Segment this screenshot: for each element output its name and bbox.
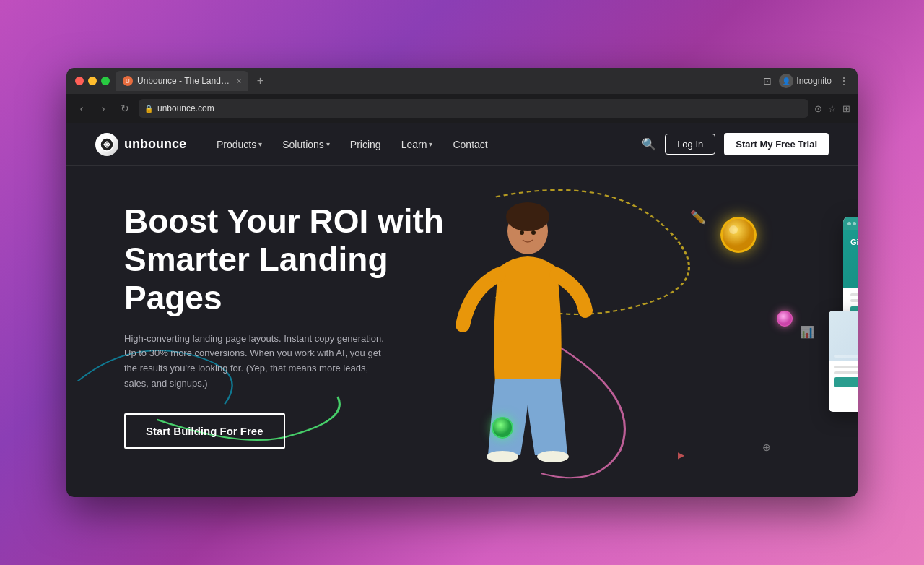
card-line-1 — [850, 293, 858, 296]
svg-point-16 — [777, 311, 792, 326]
window-controls-right: ⊡ 👤 Incognito ⋮ — [763, 74, 849, 88]
nav-actions: 🔍 Log In Start My Free Trial — [642, 133, 829, 155]
browser-tab-active[interactable]: U Unbounce - The Landing Page... × — [116, 71, 248, 91]
browser-window: U Unbounce - The Landing Page... × + ⊡ 👤… — [66, 68, 858, 497]
card-header-image: Give Your Dog the Vacation He Deserves — [843, 230, 858, 288]
nav-learn[interactable]: Learn ▾ — [393, 134, 442, 155]
yellow-orb-svg — [720, 217, 757, 253]
nav-products-label: Products — [217, 139, 256, 150]
incognito-badge: 👤 Incognito — [779, 74, 832, 88]
crosshair-icon: ⊕ — [762, 441, 771, 453]
logo-icon — [95, 133, 118, 156]
yellow-orb-decoration — [720, 217, 757, 253]
window-icon-1[interactable]: ⊡ — [763, 75, 772, 87]
person-svg — [448, 195, 607, 462]
tabs-area: U Unbounce - The Landing Page... × + — [116, 71, 763, 91]
svg-point-14 — [729, 225, 738, 234]
green-orb-decoration — [492, 417, 513, 439]
green-orb-svg — [492, 417, 513, 439]
incognito-label: Incognito — [796, 76, 832, 86]
nav-learn-label: Learn — [401, 139, 427, 150]
close-button[interactable] — [75, 77, 84, 85]
card-sec-image — [829, 311, 858, 361]
login-button[interactable]: Log In — [665, 134, 715, 155]
card-secondary — [829, 311, 858, 412]
tab-favicon: U — [123, 76, 133, 86]
incognito-avatar: 👤 — [779, 74, 793, 88]
pencil-icon: ✏️ — [690, 210, 706, 225]
nav-contact[interactable]: Contact — [444, 134, 496, 155]
page-content: unbounce Products ▾ Solutions ▾ Pricing … — [66, 123, 858, 497]
title-bar: U Unbounce - The Landing Page... × + ⊡ 👤… — [66, 68, 858, 94]
hero-visual: Give Your Dog the Vacation He Deserves — [448, 195, 829, 482]
url-text: unbounce.com — [157, 103, 214, 113]
pink-orb-svg — [777, 311, 793, 327]
svg-point-7 — [531, 230, 536, 235]
hero-title: Boost Your ROI with Smarter Landing Page… — [124, 202, 448, 317]
trial-button[interactable]: Start My Free Trial — [724, 133, 829, 155]
products-chevron-icon: ▾ — [258, 140, 262, 148]
url-bar[interactable]: 🔒 unbounce.com — [139, 99, 808, 118]
hero-content: Boost Your ROI with Smarter Landing Page… — [124, 195, 448, 449]
forward-button[interactable]: › — [95, 103, 111, 114]
logo[interactable]: unbounce — [95, 133, 186, 156]
person-figure — [448, 195, 607, 462]
svg-point-13 — [723, 219, 754, 251]
reload-button[interactable]: ↻ — [117, 103, 133, 114]
svg-point-3 — [506, 202, 549, 231]
nav-pricing-label: Pricing — [350, 139, 381, 150]
svg-point-15 — [493, 418, 512, 437]
pink-orb-decoration — [777, 311, 793, 327]
minimize-button[interactable] — [88, 77, 97, 85]
navbar: unbounce Products ▾ Solutions ▾ Pricing … — [66, 123, 858, 166]
card-topbar — [843, 217, 858, 230]
nav-solutions-label: Solutions — [282, 139, 324, 150]
window-menu-icon[interactable]: ⋮ — [839, 75, 849, 87]
search-button[interactable]: 🔍 — [642, 137, 656, 151]
card-sec-body — [829, 361, 858, 392]
cta-button[interactable]: Start Building For Free — [124, 413, 285, 449]
svg-point-6 — [520, 230, 524, 235]
svg-point-5 — [537, 451, 569, 462]
bookmark-icon[interactable]: ☆ — [828, 103, 837, 114]
card-header-text: Give Your Dog the Vacation He Deserves — [850, 237, 858, 247]
tab-close-icon[interactable]: × — [237, 77, 241, 85]
svg-point-4 — [487, 451, 518, 462]
nav-pricing[interactable]: Pricing — [341, 134, 390, 155]
address-bar-actions: ⊙ ☆ ⊞ — [814, 103, 850, 114]
card-line-2 — [850, 299, 858, 302]
cast-icon[interactable]: ⊙ — [814, 103, 822, 114]
nav-contact-label: Contact — [453, 139, 487, 150]
profile-icon[interactable]: ⊞ — [842, 103, 850, 114]
maximize-button[interactable] — [101, 77, 110, 85]
address-bar: ‹ › ↻ 🔒 unbounce.com ⊙ ☆ ⊞ — [66, 94, 858, 123]
hero-section: Boost Your ROI with Smarter Landing Page… — [66, 166, 858, 496]
nav-solutions[interactable]: Solutions ▾ — [274, 134, 339, 155]
svg-point-1 — [105, 143, 108, 146]
nav-links: Products ▾ Solutions ▾ Pricing Learn ▾ C… — [208, 134, 642, 155]
logo-text: unbounce — [124, 137, 186, 152]
hero-subtitle: High-converting landing page layouts. In… — [124, 332, 384, 392]
solutions-chevron-icon: ▾ — [326, 140, 330, 148]
tab-label: Unbounce - The Landing Page... — [137, 76, 231, 86]
traffic-lights — [75, 77, 110, 85]
chart-icon: 📊 — [800, 325, 814, 339]
lock-icon: 🔒 — [144, 105, 153, 113]
new-tab-button[interactable]: + — [250, 71, 270, 91]
triangle-icon: ▶ — [678, 450, 684, 460]
nav-products[interactable]: Products ▾ — [208, 134, 271, 155]
learn-chevron-icon: ▾ — [429, 140, 432, 148]
back-button[interactable]: ‹ — [74, 103, 90, 114]
